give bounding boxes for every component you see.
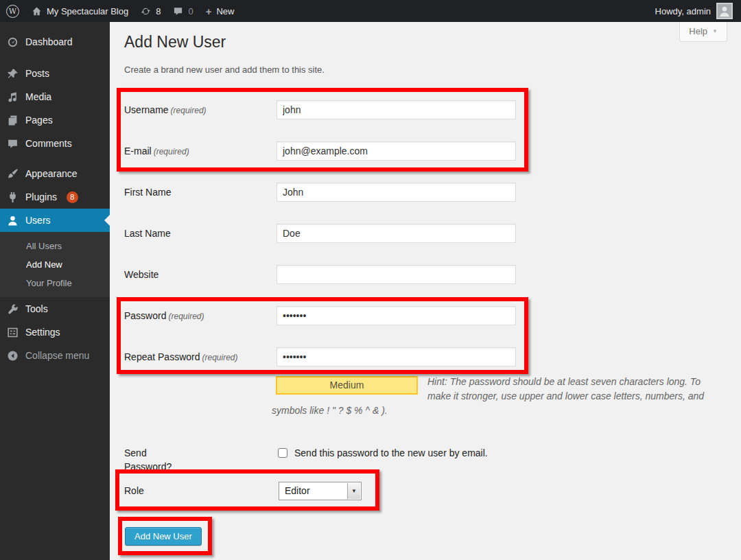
comments-menu[interactable]: 0: [167, 0, 199, 22]
wrench-icon: [7, 303, 19, 315]
menu-separator: [0, 155, 110, 162]
help-button[interactable]: Help ▼: [679, 22, 727, 42]
plugins-update-badge: 8: [67, 191, 78, 203]
sidebar-item-label: Tools: [25, 303, 48, 314]
collapse-menu-label: Collapse menu: [25, 350, 89, 361]
settings-sliders-icon: [7, 327, 19, 338]
select-dropdown-button[interactable]: ▼: [347, 483, 360, 499]
first-name-row: First Name: [110, 183, 741, 202]
add-new-user-button[interactable]: Add New User: [125, 527, 202, 546]
brush-icon: [7, 168, 19, 180]
wordpress-menu[interactable]: W: [0, 0, 25, 22]
active-menu-arrow: [104, 215, 110, 226]
password-row: Password(required): [110, 306, 741, 325]
sidebar-item-label: Plugins: [25, 191, 57, 202]
comments-icon: [173, 6, 183, 16]
page-title: Add New User: [124, 33, 226, 51]
sidebar-item-label: Posts: [25, 68, 49, 79]
plus-icon: +: [206, 5, 212, 17]
updates-menu[interactable]: 8: [134, 0, 167, 22]
howdy-text[interactable]: Howdy, admin: [655, 6, 711, 16]
help-label: Help: [689, 26, 707, 36]
sidebar-item-tools[interactable]: Tools: [0, 297, 110, 320]
admin-bar: W My Spectacular Blog 8 0 + New Howdy, a…: [0, 0, 741, 22]
collapse-menu-button[interactable]: Collapse menu: [0, 344, 110, 367]
sidebar-item-comments[interactable]: Comments: [0, 132, 110, 155]
website-label: Website: [124, 269, 158, 280]
sidebar-item-label: Appearance: [25, 168, 78, 179]
collapse-arrow-icon: [7, 350, 19, 362]
email-row: E-mail(required): [110, 141, 741, 161]
username-input[interactable]: [277, 100, 516, 119]
new-content-menu[interactable]: + New: [200, 0, 241, 22]
first-name-input[interactable]: [277, 183, 516, 202]
site-menu[interactable]: My Spectacular Blog: [25, 0, 134, 22]
comments-count: 0: [188, 6, 193, 16]
sidebar-item-plugins[interactable]: Plugins 8: [0, 185, 110, 209]
submenu-item-all-users[interactable]: All Users: [0, 237, 110, 255]
chevron-down-icon: ▼: [351, 488, 357, 494]
sidebar-item-pages[interactable]: Pages: [0, 108, 110, 132]
sidebar-item-label: Users: [25, 215, 51, 226]
password-strength-area: Medium Hint: The password should be at l…: [272, 375, 718, 418]
submenu-item-your-profile[interactable]: Your Profile: [0, 274, 110, 292]
plug-icon: [7, 191, 19, 203]
password-strength-meter: Medium: [276, 376, 418, 395]
required-note: (required): [171, 106, 207, 115]
home-icon: [32, 6, 42, 16]
required-note: (required): [202, 353, 238, 362]
pages-icon: [7, 115, 19, 126]
password-input[interactable]: [277, 306, 516, 325]
first-name-label: First Name: [124, 187, 171, 198]
avatar-silhouette-icon: [718, 4, 731, 18]
updates-count: 8: [156, 6, 161, 16]
updates-icon: [141, 6, 151, 16]
sidebar-item-label: Dashboard: [25, 36, 73, 47]
user-icon: [7, 215, 19, 226]
page-description: Create a brand new user and add them to …: [124, 65, 325, 75]
email-label: E-mail: [124, 145, 152, 156]
sidebar-item-users[interactable]: Users: [0, 209, 110, 232]
sidebar-item-appearance[interactable]: Appearance: [0, 162, 110, 185]
comment-bubble-icon: [7, 138, 19, 150]
site-name: My Spectacular Blog: [47, 6, 128, 16]
send-password-checkbox-label[interactable]: Send this password to the new user by em…: [294, 446, 488, 460]
users-submenu: All Users Add New Your Profile: [0, 232, 110, 297]
submenu-item-add-new[interactable]: Add New: [0, 255, 110, 274]
last-name-input[interactable]: [277, 224, 516, 243]
email-input[interactable]: [277, 141, 516, 161]
role-select[interactable]: Editor ▼: [279, 482, 362, 500]
required-note: (required): [154, 147, 189, 156]
sidebar-item-posts[interactable]: Posts: [0, 62, 110, 85]
required-note: (required): [168, 312, 204, 321]
password-label: Password: [124, 310, 166, 321]
last-name-label: Last Name: [124, 228, 171, 239]
sidebar-item-media[interactable]: Media: [0, 85, 110, 108]
sidebar-item-label: Media: [25, 91, 51, 102]
repeat-password-input[interactable]: [277, 347, 516, 366]
send-password-checkbox[interactable]: [278, 448, 287, 458]
admin-sidebar: Dashboard Posts Media Pages Comments App…: [0, 22, 110, 560]
media-icon: [7, 91, 19, 103]
sidebar-item-label: Pages: [25, 115, 53, 126]
new-label: New: [216, 6, 234, 16]
last-name-row: Last Name: [110, 224, 741, 243]
repeat-password-row: Repeat Password(required): [110, 347, 741, 366]
repeat-password-label: Repeat Password: [124, 351, 200, 362]
sidebar-item-settings[interactable]: Settings: [0, 320, 110, 344]
sidebar-item-label: Settings: [25, 327, 60, 338]
send-password-label: Send Password?: [124, 446, 172, 474]
admin-avatar[interactable]: [716, 3, 733, 19]
website-row: Website: [110, 265, 741, 284]
sidebar-item-label: Comments: [25, 138, 72, 149]
wordpress-logo-icon: W: [6, 5, 19, 18]
username-label: Username: [124, 104, 169, 115]
main-content: Add New User Create a brand new user and…: [110, 22, 741, 560]
pushpin-icon: [7, 68, 19, 80]
role-selected-value: Editor: [285, 482, 310, 500]
username-row: Username(required): [110, 100, 741, 119]
dashboard-icon: [7, 36, 19, 48]
chevron-down-icon: ▼: [712, 28, 718, 34]
sidebar-item-dashboard[interactable]: Dashboard: [0, 30, 110, 54]
website-input[interactable]: [277, 265, 516, 284]
